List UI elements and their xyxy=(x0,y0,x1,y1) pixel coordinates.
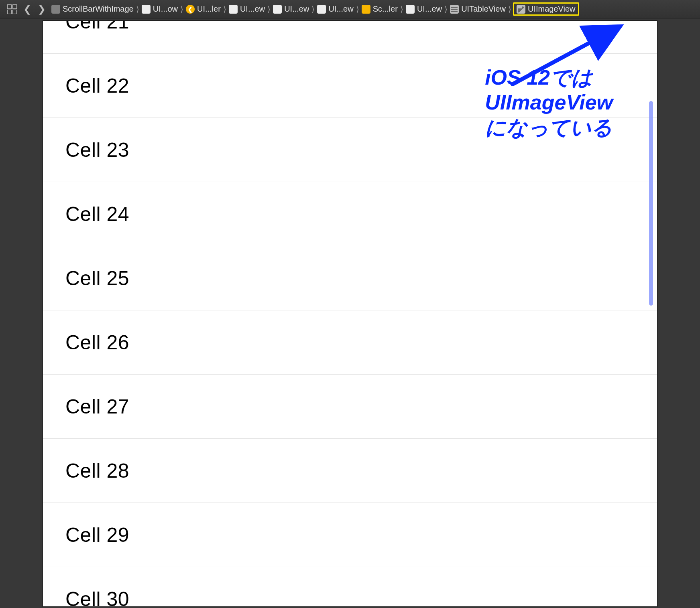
annotation-line: になっている xyxy=(485,115,613,140)
table-row[interactable]: Cell 21 xyxy=(43,21,657,54)
xcode-view-debugger: ❮ ❯ ScrollBarWithImage ⟩ UI...ow ⟩ ❮ UI.… xyxy=(0,0,700,608)
crumb-label: UI...ow xyxy=(153,4,178,14)
view-icon xyxy=(317,5,326,14)
table-row[interactable]: Cell 24 xyxy=(43,182,657,246)
cell-label: Cell 28 xyxy=(65,459,129,482)
table-row[interactable]: Cell 26 xyxy=(43,310,657,375)
annotation-line: iOS 12では xyxy=(485,65,613,90)
cell-label: Cell 30 xyxy=(65,588,129,607)
cell-label: Cell 22 xyxy=(65,74,129,97)
crumb-controller-2[interactable]: Sc...ler xyxy=(360,4,399,14)
table-row[interactable]: Cell 30 xyxy=(43,567,657,606)
breadcrumb-path: ScrollBarWithImage ⟩ UI...ow ⟩ ❮ UI...le… xyxy=(50,2,697,16)
chevron-right-icon: ⟩ xyxy=(135,4,140,14)
jump-bar: ❮ ❯ ScrollBarWithImage ⟩ UI...ow ⟩ ❮ UI.… xyxy=(0,0,700,18)
view-icon xyxy=(406,5,415,14)
view-icon xyxy=(142,5,151,14)
chevron-right-icon: ⟩ xyxy=(507,4,512,14)
cell-label: Cell 29 xyxy=(65,523,129,547)
crumb-label: UI...ler xyxy=(197,4,221,14)
related-items-icon[interactable] xyxy=(7,4,17,14)
table-row[interactable]: Cell 25 xyxy=(43,246,657,310)
table-row[interactable]: Cell 27 xyxy=(43,375,657,439)
annotation-text: iOS 12では UIImageView になっている xyxy=(485,65,613,140)
view-icon xyxy=(273,5,282,14)
scroll-indicator[interactable] xyxy=(649,101,653,306)
tableview-icon xyxy=(450,5,459,14)
annotation-line: UIImageView xyxy=(485,90,613,115)
controller-icon xyxy=(362,5,370,14)
cell-label: Cell 27 xyxy=(65,395,129,418)
chevron-right-icon: ⟩ xyxy=(222,4,227,14)
simulator-screen: Cell 21 Cell 22 Cell 23 Cell 24 Cell 25 … xyxy=(43,21,657,606)
crumb-view-3[interactable]: UI...ew xyxy=(315,4,355,14)
cell-label: Cell 25 xyxy=(65,267,129,290)
crumb-label: UI...ew xyxy=(328,4,353,14)
crumb-uiimageview[interactable]: UIImageView xyxy=(513,2,579,16)
debugger-canvas[interactable]: Cell 21 Cell 22 Cell 23 Cell 24 Cell 25 … xyxy=(0,18,700,608)
crumb-label: UIImageView xyxy=(528,4,576,14)
nav-group: ❮ ❯ xyxy=(3,4,50,14)
crumb-label: ScrollBarWithImage xyxy=(63,4,134,14)
crumb-label: UI...ew xyxy=(284,4,309,14)
table-row[interactable]: Cell 28 xyxy=(43,439,657,503)
chevron-right-icon: ⟩ xyxy=(355,4,360,14)
chevron-right-icon: ⟩ xyxy=(267,4,271,14)
chevron-right-icon: ⟩ xyxy=(444,4,448,14)
crumb-uitableview[interactable]: UITableView xyxy=(448,4,507,14)
chevron-right-icon: ⟩ xyxy=(311,4,315,14)
crumb-scrollbarwithimage[interactable]: ScrollBarWithImage xyxy=(50,4,135,14)
imageview-icon xyxy=(517,5,525,14)
crumb-view-4[interactable]: UI...ew xyxy=(404,4,444,14)
crumb-controller-1[interactable]: ❮ UI...ler xyxy=(184,4,222,14)
crumb-label: UI...ew xyxy=(240,4,265,14)
crumb-label: UITableView xyxy=(461,4,506,14)
cell-label: Cell 21 xyxy=(65,21,129,33)
crumb-uiwindow[interactable]: UI...ow xyxy=(140,4,179,14)
crumb-view-1[interactable]: UI...ew xyxy=(227,4,267,14)
crumb-label: UI...ew xyxy=(417,4,442,14)
controller-icon: ❮ xyxy=(186,5,195,14)
crumb-view-2[interactable]: UI...ew xyxy=(271,4,311,14)
cell-label: Cell 24 xyxy=(65,203,129,226)
view-icon xyxy=(229,5,238,14)
back-button[interactable]: ❮ xyxy=(23,4,31,14)
crumb-label: Sc...ler xyxy=(373,4,398,14)
cell-label: Cell 23 xyxy=(65,138,129,162)
cell-label: Cell 26 xyxy=(65,331,129,354)
chevron-right-icon: ⟩ xyxy=(399,4,404,14)
forward-button[interactable]: ❯ xyxy=(38,4,46,14)
chevron-right-icon: ⟩ xyxy=(179,4,184,14)
app-icon xyxy=(51,5,60,14)
table-row[interactable]: Cell 29 xyxy=(43,503,657,567)
